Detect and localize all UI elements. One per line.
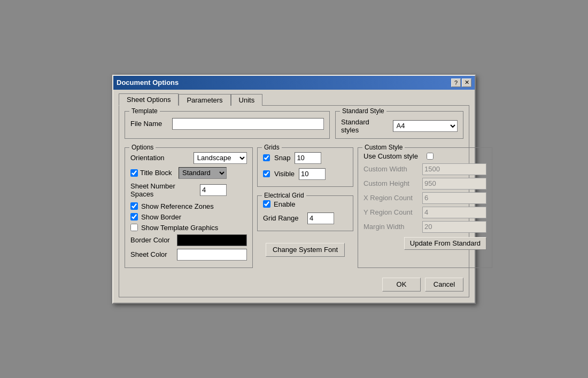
border-color-label: Border Color [130,236,173,244]
title-block-label: Title Block [140,169,176,177]
template-group-label: Template [129,107,160,115]
middle-col: Grids Snap Visible [257,147,353,272]
sheet-number-spaces-row: Sheet Number Spaces [130,182,247,198]
y-region-row: Y Region Count [363,207,486,218]
visible-label: Visible [274,170,295,178]
custom-width-input[interactable] [422,163,486,175]
visible-checkbox[interactable] [263,170,270,177]
grids-inner: Snap Visible [263,152,347,182]
standard-styles-row: Standard styles A4 A3 A2 A1 A0 Letter Le… [341,118,458,134]
grid-range-input[interactable] [307,212,334,224]
options-group: Options Orientation Landscape Portrait T… [125,147,253,268]
bottom-buttons: OK Cancel [125,278,463,292]
title-bar: Document Options ? ✕ [113,76,475,90]
ok-button[interactable]: OK [382,278,421,292]
snap-row: Snap [263,152,347,164]
grids-group: Grids Snap Visible [257,147,353,187]
enable-checkbox[interactable] [263,200,270,208]
show-border-label: Show Border [141,213,181,221]
custom-style-group-label: Custom Style [362,144,405,151]
sheet-color-label: Sheet Color [130,250,173,258]
show-reference-zones-row: Show Reference Zones [130,202,247,210]
grids-group-label: Grids [262,144,282,151]
tab-sheet-options[interactable]: Sheet Options [119,93,179,106]
custom-height-row: Custom Height [363,178,486,190]
options-group-label: Options [129,144,156,151]
document-options-dialog: Document Options ? ✕ Sheet Options Param… [112,75,476,304]
sheet-color-swatch[interactable] [177,249,247,261]
sheet-color-row: Sheet Color [130,249,247,261]
title-block-row: Title Block Standard None [130,167,247,179]
margin-width-input[interactable] [422,221,486,233]
change-system-font-button[interactable]: Change System Font [266,243,345,257]
enable-label: Enable [274,200,295,208]
file-name-input[interactable] [172,118,324,130]
tab-parameters[interactable]: Parameters [179,94,230,106]
show-template-graphics-checkbox[interactable] [130,224,138,231]
use-custom-label: Use Custom style [363,152,422,160]
custom-width-label: Custom Width [363,165,422,173]
show-template-graphics-label: Show Template Graphics [141,224,218,232]
enable-row: Enable [263,200,347,208]
standard-style-group: Standard Style Standard styles A4 A3 A2 … [335,111,463,139]
show-reference-zones-checkbox[interactable] [130,202,138,210]
standard-styles-select[interactable]: A4 A3 A2 A1 A0 Letter Legal [393,120,458,132]
y-region-label: Y Region Count [363,208,422,216]
tab-content: Template File Name Standard Style Standa… [119,105,469,297]
template-group: Template File Name [125,111,330,139]
x-region-row: X Region Count [363,192,486,204]
custom-style-group: Custom Style Use Custom style Custom Wid… [358,147,492,268]
show-template-graphics-row: Show Template Graphics [130,224,247,232]
show-border-checkbox[interactable] [130,213,138,220]
margin-width-row: Margin Width [363,221,486,233]
sheet-number-spaces-input[interactable] [200,184,227,196]
orientation-row: Orientation Landscape Portrait [130,152,247,164]
template-file-row: File Name [130,118,324,130]
standard-styles-label: Standard styles [341,118,389,134]
help-button[interactable]: ? [451,78,461,87]
file-name-label: File Name [130,120,168,128]
x-region-input[interactable] [422,192,486,204]
main-row: Options Orientation Landscape Portrait T… [125,147,463,272]
dialog-title: Document Options [117,78,179,86]
visible-input[interactable] [299,168,326,180]
use-custom-checkbox[interactable] [427,153,434,160]
x-region-label: X Region Count [363,194,422,202]
title-block-select[interactable]: Standard None [179,167,227,179]
electrical-grid-label: Electrical Grid [262,192,306,199]
standard-style-label: Standard Style [340,107,386,115]
tab-units[interactable]: Units [231,94,263,106]
snap-label: Snap [274,154,290,162]
visible-row: Visible [263,168,347,180]
margin-width-label: Margin Width [363,223,422,231]
tab-row: Sheet Options Parameters Units [119,94,469,106]
y-region-input[interactable] [422,207,486,218]
close-button[interactable]: ✕ [462,78,471,87]
electrical-grid-group: Electrical Grid Enable Grid Range [257,195,353,231]
orientation-select[interactable]: Landscape Portrait [194,152,247,164]
title-bar-buttons: ? ✕ [451,78,471,87]
snap-checkbox[interactable] [263,154,270,161]
cancel-button[interactable]: Cancel [425,278,463,292]
use-custom-row: Use Custom style [363,152,486,160]
border-color-row: Border Color [130,234,247,246]
border-color-swatch[interactable] [177,234,247,246]
sheet-number-spaces-label: Sheet Number Spaces [130,182,200,198]
custom-height-input[interactable] [422,178,486,190]
custom-height-label: Custom Height [363,179,422,187]
snap-input[interactable] [295,152,321,164]
show-border-row: Show Border [130,213,247,221]
custom-width-row: Custom Width [363,163,486,175]
title-block-checkbox[interactable] [130,169,138,177]
grid-range-row: Grid Range [263,212,347,224]
orientation-label: Orientation [130,154,194,162]
show-reference-zones-label: Show Reference Zones [141,202,214,210]
grid-range-label: Grid Range [263,214,303,222]
dialog-content: Sheet Options Parameters Units Template … [113,90,475,303]
update-from-standard-button[interactable]: Update From Standard [404,237,486,250]
